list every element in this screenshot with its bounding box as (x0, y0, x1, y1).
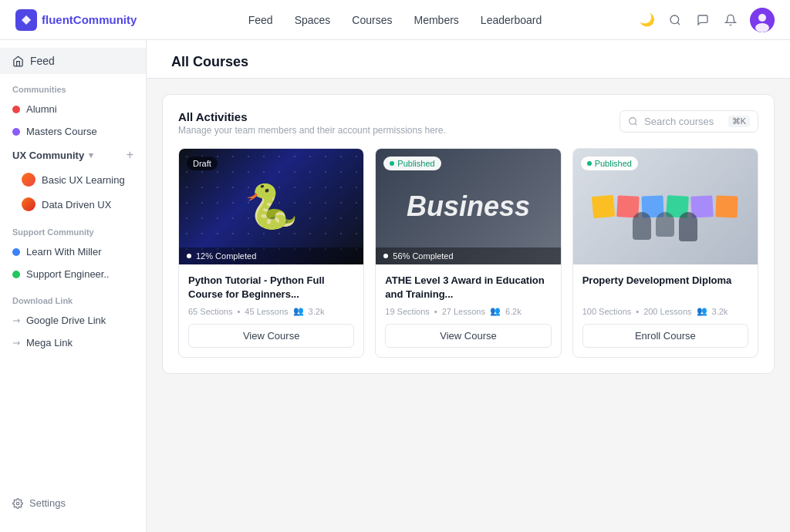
sidebar-data-driven-ux[interactable]: Data Driven UX (0, 192, 146, 217)
athe-course-title: ATHE Level 3 Award in Education and Trai… (385, 274, 551, 301)
course-card-athe[interactable]: Business Published 56% Completed ATHE Le… (375, 148, 561, 358)
athe-lessons: 27 Lessons (442, 307, 485, 316)
property-course-meta: 100 Sections • 200 Lessons 👥 3.2k (582, 306, 748, 316)
sidebar-mega[interactable]: ↗ Mega Link (0, 332, 146, 354)
athe-status-label: Published (397, 159, 434, 168)
nav-courses[interactable]: Courses (352, 14, 392, 26)
course-search[interactable]: Search courses ⌘K (620, 110, 758, 133)
property-status-badge: Published (581, 157, 638, 170)
svg-point-3 (755, 23, 769, 32)
search-icon[interactable] (667, 12, 684, 29)
search-placeholder: Search courses (644, 116, 714, 127)
support-eng-label: Support Engineer.. (26, 268, 110, 280)
python-progress-label: 12% Completed (196, 251, 256, 261)
main-layout: Feed Communities Alumni Masters Course U… (0, 40, 790, 532)
alumni-label: Alumni (26, 103, 57, 115)
python-progress-dot (187, 254, 191, 258)
learn-miller-dot (12, 248, 20, 256)
python-course-info: Python Tutorial - Python Full Course for… (179, 264, 363, 357)
download-label: Download Link (0, 285, 146, 309)
feed-label: Feed (30, 55, 55, 67)
sidebar-settings[interactable]: Settings (0, 490, 146, 517)
basic-ux-avatar (22, 173, 35, 187)
ux-community-header[interactable]: UX Community ▾ + (0, 143, 146, 167)
athe-members: 6.2k (505, 307, 522, 316)
logo-icon (15, 9, 37, 31)
panel-header: All Activities Manage your team members … (178, 110, 758, 136)
property-lessons: 200 Lessons (643, 307, 691, 316)
course-thumb-python: 🐍 Draft 12% Completed (179, 149, 363, 264)
sidebar-support-eng[interactable]: Support Engineer.. (0, 263, 146, 285)
python-sections: 65 Sections (188, 307, 232, 316)
property-status-label: Published (595, 159, 632, 168)
course-thumb-property: Published (573, 149, 758, 264)
property-sep1: • (636, 307, 639, 316)
python-progress-bar: 12% Completed (179, 247, 363, 264)
support-label: Support Community (0, 217, 146, 241)
mega-link-icon: ↗ (10, 336, 23, 349)
athe-sep1: • (434, 307, 437, 316)
property-status-dot (587, 161, 592, 166)
data-driven-avatar (22, 197, 35, 211)
sidebar-learn-miller[interactable]: Learn With Miller (0, 241, 146, 263)
masters-dot (12, 128, 20, 136)
logo[interactable]: fluentCommunity (15, 9, 137, 31)
chat-icon[interactable] (694, 12, 711, 29)
athe-progress-label: 56% Completed (393, 251, 453, 261)
property-enroll-button[interactable]: Enroll Course (582, 324, 748, 348)
python-sep1: • (237, 307, 240, 316)
python-view-button[interactable]: View Course (188, 324, 354, 348)
athe-progress-dot (383, 254, 388, 258)
mega-label: Mega Link (26, 337, 73, 348)
support-eng-dot (12, 271, 20, 278)
nav-leaderboard[interactable]: Leaderboard (481, 14, 542, 26)
nav-spaces[interactable]: Spaces (295, 14, 331, 26)
ux-add-icon[interactable]: + (127, 148, 133, 162)
athe-view-button[interactable]: View Course (385, 324, 551, 348)
bell-icon[interactable] (722, 12, 739, 29)
topnav: fluentCommunity Feed Spaces Courses Memb… (0, 0, 790, 40)
person-2 (656, 212, 674, 237)
alumni-dot (12, 106, 20, 113)
python-sep2: 👥 (293, 306, 304, 316)
property-course-info: Property Development Diploma 100 Section… (573, 264, 758, 357)
gdrive-label: Google Drive Link (26, 315, 106, 326)
ux-group-label: UX Community ▾ (12, 150, 93, 161)
svg-point-2 (758, 14, 766, 22)
athe-course-meta: 19 Sections • 27 Lessons 👥 6.2k (385, 306, 551, 316)
python-lessons: 45 Lessons (245, 307, 288, 316)
search-shortcut: ⌘K (728, 116, 750, 127)
python-status-badge: Draft (187, 157, 218, 170)
sidebar-masters[interactable]: Masters Course (0, 120, 146, 143)
nav-feed[interactable]: Feed (248, 14, 273, 26)
settings-label: Settings (29, 497, 66, 509)
svg-point-0 (670, 15, 679, 24)
nav-members[interactable]: Members (414, 14, 459, 26)
search-bar-icon (628, 116, 638, 126)
user-avatar[interactable] (750, 8, 775, 32)
panel-subtitle: Manage your team members and their accou… (178, 125, 446, 136)
sidebar-alumni[interactable]: Alumni (0, 98, 146, 120)
sidebar-basic-ux[interactable]: Basic UX Learning (0, 167, 146, 192)
athe-progress-bar: 56% Completed (376, 247, 560, 264)
moon-icon[interactable]: 🌙 (639, 12, 656, 29)
course-card-property[interactable]: Published Property Development Diploma 1… (572, 148, 758, 358)
communities-label: Communities (0, 74, 146, 98)
people-silhouettes (573, 212, 758, 241)
svg-point-4 (16, 502, 19, 505)
sidebar: Feed Communities Alumni Masters Course U… (0, 40, 147, 532)
data-driven-label: Data Driven UX (42, 199, 111, 210)
course-thumb-athe: Business Published 56% Completed (376, 149, 560, 264)
sidebar-feed[interactable]: Feed (0, 48, 146, 74)
topnav-links: Feed Spaces Courses Members Leaderboard (248, 14, 542, 26)
home-icon (12, 56, 24, 67)
python-members: 3.2k (309, 307, 325, 316)
sidebar-gdrive[interactable]: ↗ Google Drive Link (0, 309, 146, 332)
python-course-title: Python Tutorial - Python Full Course for… (188, 274, 354, 301)
course-card-python[interactable]: 🐍 Draft 12% Completed Python Tutorial - … (178, 148, 364, 358)
masters-label: Masters Course (26, 126, 97, 137)
content-header: All Courses (147, 40, 790, 79)
python-status-label: Draft (193, 159, 211, 168)
learn-miller-label: Learn With Miller (26, 246, 102, 258)
property-course-title: Property Development Diploma (582, 274, 748, 301)
